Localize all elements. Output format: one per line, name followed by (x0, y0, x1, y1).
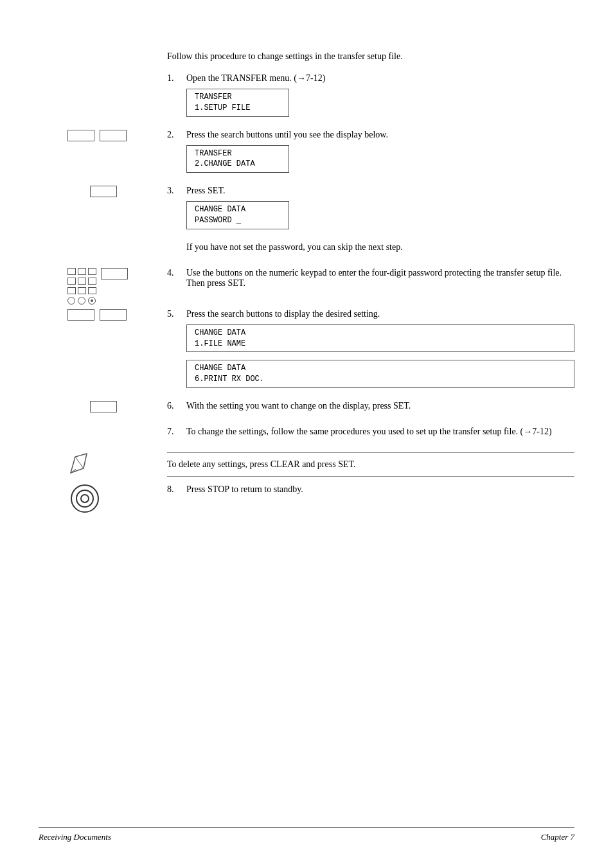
step-3: 3. Press SET. CHANGE DATA PASSWORD _ (167, 186, 574, 232)
skip-note-text: If you have not set the password, you ca… (186, 242, 574, 252)
step-4-number: 4. (167, 268, 186, 278)
step-4-content: Use the buttons on the numeric keypad to… (186, 268, 574, 294)
step-5-displays: CHANGE DATA 1.FILE NAME CHANGE DATA 6.PR… (186, 324, 574, 391)
step-1-display: TRANSFER 1.SETUP FILE (186, 89, 289, 117)
step-8: 8. Press STOP to return to standby. (167, 484, 574, 500)
display-line-1: CHANGE DATA (195, 204, 281, 215)
key-1 (67, 268, 76, 275)
step-5-display-2: CHANGE DATA 6.PRINT RX DOC. (186, 360, 574, 388)
step-1: 1. Open the TRANSFER menu. (→7-12) TRANS… (167, 73, 574, 120)
stop-button-icon-area (71, 484, 99, 513)
search-button-left (67, 130, 94, 141)
footer-left: Receiving Documents (39, 832, 111, 842)
skip-note: If you have not set the password, you ca… (167, 242, 574, 258)
display-line-2: 1.FILE NAME (195, 339, 566, 350)
key-0 (78, 297, 85, 305)
key-6 (88, 278, 96, 285)
step-7: 7. To change the settings, follow the sa… (167, 427, 574, 442)
step-8-number: 8. (167, 484, 186, 495)
footer: Receiving Documents Chapter 7 (39, 828, 574, 842)
set-button-3-icon (90, 401, 117, 415)
set-button-icon (90, 186, 117, 200)
step-3-text: Press SET. (186, 186, 574, 196)
note-row: To delete any settings, press CLEAR and … (167, 452, 574, 477)
key-9 (88, 287, 96, 294)
page: Follow this procedure to change settings… (0, 0, 613, 868)
key-2 (78, 268, 86, 275)
keypad-icon (67, 268, 97, 305)
display-line-2: 6.PRINT RX DOC. (195, 374, 566, 385)
footer-right: Chapter 7 (541, 832, 574, 842)
stop-button-icon (71, 484, 99, 513)
set-button (90, 186, 117, 197)
key-5 (78, 278, 86, 285)
stop-button-innermost (80, 494, 89, 503)
step-6-number: 6. (167, 401, 186, 411)
search-button-right (100, 130, 127, 141)
display-line-2: 2.CHANGE DATA (195, 159, 281, 170)
svg-line-1 (75, 457, 84, 468)
step-8-content: Press STOP to return to standby. (186, 484, 574, 500)
step-7-content: To change the settings, follow the same … (186, 427, 574, 442)
step-7-text: To change the settings, follow the same … (186, 427, 574, 437)
display-line-1: TRANSFER (195, 148, 281, 159)
search-button-right-2 (100, 309, 127, 321)
step-7-number: 7. (167, 427, 186, 437)
step-5: 5. Press the search buttons to display t… (167, 309, 574, 391)
step-2-number: 2. (167, 130, 186, 140)
keypad-area-icon (67, 268, 128, 305)
pencil-icon (67, 450, 93, 476)
step-6-content: With the setting you want to change on t… (186, 401, 574, 416)
step-2-display: TRANSFER 2.CHANGE DATA (186, 145, 289, 173)
step-2-text: Press the search buttons until you see t… (186, 130, 574, 140)
key-hash-dot (91, 299, 93, 302)
display-line-2: PASSWORD _ (195, 215, 281, 226)
step-8-text: Press STOP to return to standby. (186, 484, 574, 495)
note-text: To delete any settings, press CLEAR and … (167, 459, 356, 470)
display-line-2: 1.SETUP FILE (195, 103, 281, 114)
step-2: 2. Press the search buttons until you se… (167, 130, 574, 176)
step-6: 6. With the setting you want to change o… (167, 401, 574, 416)
key-4 (67, 278, 76, 285)
step-4-text: Use the buttons on the numeric keypad to… (186, 268, 574, 288)
step-6-text: With the setting you want to change on t… (186, 401, 574, 411)
search-buttons-2-icon (67, 309, 127, 321)
search-button-left-2 (67, 309, 94, 321)
key-star (67, 297, 75, 305)
key-hash (88, 297, 96, 305)
search-buttons-icon (67, 130, 127, 141)
step-5-number: 5. (167, 309, 186, 319)
step-5-text: Press the search buttons to display the … (186, 309, 574, 319)
stop-button-inner (76, 490, 94, 508)
step-5-display-1: CHANGE DATA 1.FILE NAME (186, 324, 574, 353)
intro-text: Follow this procedure to change settings… (167, 51, 574, 62)
step-3-display: CHANGE DATA PASSWORD _ (186, 201, 289, 229)
display-line-1: TRANSFER (195, 92, 281, 103)
step-3-number: 3. (167, 186, 186, 196)
key-3 (88, 268, 96, 275)
svg-marker-0 (71, 454, 87, 473)
key-7 (67, 287, 76, 294)
step-1-text: Open the TRANSFER menu. (→7-12) (186, 73, 574, 84)
step-4: 4. Use the buttons on the numeric keypad… (167, 268, 574, 294)
step-5-content: Press the search buttons to display the … (186, 309, 574, 391)
note-icon-area (67, 450, 93, 479)
set-button-3 (90, 401, 117, 412)
step-3-content: Press SET. CHANGE DATA PASSWORD _ (186, 186, 574, 232)
step-1-content: Open the TRANSFER menu. (→7-12) TRANSFER… (186, 73, 574, 120)
display-line-1: CHANGE DATA (195, 363, 566, 374)
key-8 (78, 287, 86, 294)
set-button-2 (101, 268, 128, 279)
display-line-1: CHANGE DATA (195, 328, 566, 339)
step-1-number: 1. (167, 73, 186, 84)
step-2-content: Press the search buttons until you see t… (186, 130, 574, 176)
